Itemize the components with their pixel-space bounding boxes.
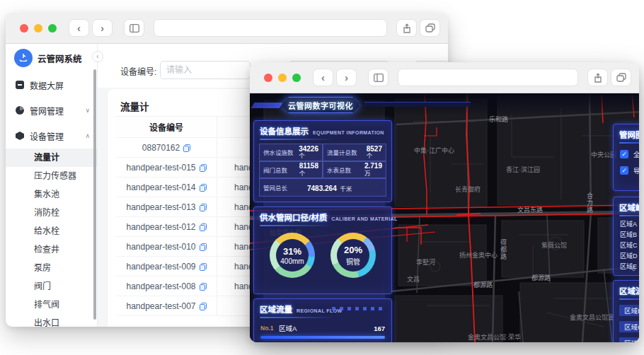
copy-icon[interactable] bbox=[200, 243, 207, 251]
header-decoration-left bbox=[251, 103, 283, 108]
chrome-right-buttons bbox=[397, 20, 439, 36]
close-window-button[interactable] bbox=[264, 74, 272, 82]
sidebar-subitem-valve[interactable]: 阀门 bbox=[6, 277, 97, 296]
sidebar-item-device-management[interactable]: 设备管理 ∧ bbox=[6, 123, 97, 149]
panel-title: 设备信息展示 bbox=[260, 125, 309, 136]
close-window-button[interactable] bbox=[20, 24, 28, 33]
stat-cell-total-length: 管网总长 7483.264 千米 bbox=[259, 178, 386, 197]
sidebar-toggle-button[interactable] bbox=[369, 69, 388, 86]
sidebar-scrollbar[interactable] bbox=[93, 69, 96, 320]
sidebar-subitem-exhaust-valve[interactable]: 排气阀 bbox=[6, 296, 97, 314]
panel-underline bbox=[619, 298, 639, 300]
tabs-button[interactable] bbox=[420, 20, 439, 36]
browser-chrome: ‹ › bbox=[250, 62, 639, 93]
chevron-right-icon: › bbox=[345, 72, 348, 83]
sidebar-icon bbox=[374, 74, 384, 82]
sidebar-item-pipe-management[interactable]: 管网管理 ∨ bbox=[6, 98, 97, 123]
panel-regional-flow: 区域流量 REGIONAL FLOW No.1 区域A 167 No.2 区域C… bbox=[253, 298, 392, 342]
maximize-window-button[interactable] bbox=[292, 74, 301, 82]
equipment-stats: 供水设施数 34226个 流量计总数 8527个 阀门总数 81158个 水表总… bbox=[259, 144, 386, 197]
sidebar-subitem-outlet[interactable]: 出水口 bbox=[6, 314, 97, 327]
copy-icon[interactable] bbox=[200, 164, 207, 172]
stat-cell: 流量计总数 8527个 bbox=[323, 144, 386, 161]
minimize-window-button[interactable] bbox=[278, 74, 287, 82]
panel-regional-speed: 区域流速 区域B 区域C 区域D 区域E bbox=[613, 280, 639, 342]
panel-title: 区域流速 bbox=[619, 285, 639, 296]
header-decoration-right bbox=[364, 102, 471, 107]
map-label: 都源路 bbox=[531, 273, 551, 282]
copy-icon[interactable] bbox=[183, 144, 190, 152]
legend-item: 区域C bbox=[614, 240, 639, 250]
layer-option-select-all[interactable]: ✓ 全选 bbox=[620, 149, 639, 160]
sidebar-subitem-inspection-well[interactable]: 检查井 bbox=[6, 240, 97, 259]
speed-row: 区域D bbox=[619, 337, 639, 342]
tabs-button[interactable] bbox=[611, 69, 631, 86]
map-label: 金奥文昌公馆·荣华 bbox=[468, 332, 521, 342]
sidebar-subitem-sump[interactable]: 集水池 bbox=[6, 185, 97, 204]
sidebar-subitem-fire-hydrant[interactable]: 消防栓 bbox=[6, 204, 97, 222]
layer-option-import[interactable]: ✓ 导入 bbox=[620, 165, 639, 176]
panel-underline bbox=[260, 317, 333, 318]
panel-subtitle: CALIBER AND MATERIAL bbox=[331, 216, 398, 221]
copy-icon[interactable] bbox=[200, 263, 207, 271]
stat-cell: 水表总数 2.719万 bbox=[323, 161, 386, 179]
sidebar-subitem-pressure-sensor[interactable]: 压力传感器 bbox=[6, 167, 97, 185]
copy-icon[interactable] bbox=[200, 223, 207, 231]
panel-equipment-info: 设备信息展示 EQUIPMENT INFORMATION 供水设施数 34226… bbox=[253, 120, 392, 202]
chevron-left-icon: ‹ bbox=[77, 23, 81, 33]
dashboard-title-badge: 云管网数字可视化 bbox=[281, 97, 360, 113]
sidebar-collapse-button[interactable]: ‹ bbox=[92, 51, 103, 62]
panel-title: 区域峰值 bbox=[619, 202, 639, 213]
chevron-left-icon: ‹ bbox=[321, 72, 325, 83]
sidebar-subitem-flow-meter[interactable]: 流量计 bbox=[6, 149, 97, 167]
back-button[interactable]: ‹ bbox=[314, 69, 333, 86]
speed-row: 区域C bbox=[619, 321, 639, 332]
nav-buttons: ‹ › bbox=[314, 69, 356, 86]
panel-title: 区域流量 bbox=[260, 303, 292, 315]
panel-underline bbox=[260, 139, 333, 140]
map-label: 长青御府 bbox=[455, 185, 481, 194]
donut-caliber[interactable]: 31% 400mm bbox=[270, 233, 315, 278]
panel-underline bbox=[619, 215, 639, 216]
speed-row: 区域B bbox=[619, 305, 639, 316]
tabs-icon bbox=[616, 73, 626, 82]
legend-item: 区域A bbox=[614, 219, 639, 229]
app-logo: 云管网系统 bbox=[6, 44, 97, 72]
maximize-window-button[interactable] bbox=[48, 24, 57, 33]
sidebar-item-data-screen[interactable]: 数据大屏 bbox=[6, 72, 97, 98]
panel-subtitle: EQUIPMENT INFORMATION bbox=[313, 130, 384, 135]
pipe-network-icon bbox=[16, 106, 24, 115]
logo-icon bbox=[14, 49, 33, 67]
sidebar: ‹ 云管网系统 数据大屏 管网管理 ∨ bbox=[6, 44, 98, 327]
address-bar[interactable] bbox=[154, 19, 387, 37]
map-label: 文昌东路 bbox=[517, 205, 543, 214]
share-button[interactable] bbox=[588, 69, 607, 86]
panel-underline bbox=[619, 142, 639, 144]
app-title: 云管网系统 bbox=[38, 52, 82, 65]
browser-window-dashboard: ‹ › bbox=[250, 62, 639, 342]
copy-icon[interactable] bbox=[200, 184, 207, 192]
copy-icon[interactable] bbox=[200, 303, 207, 310]
sidebar-subitem-water-hydrant[interactable]: 给水栓 bbox=[6, 222, 97, 240]
sidebar-toggle-button[interactable] bbox=[125, 20, 144, 36]
share-button[interactable] bbox=[397, 20, 416, 36]
checkbox-checked-icon[interactable]: ✓ bbox=[620, 150, 628, 158]
checkbox-checked-icon[interactable]: ✓ bbox=[620, 166, 628, 175]
forward-button[interactable]: › bbox=[337, 69, 356, 86]
device-id-filter-input[interactable] bbox=[160, 61, 251, 79]
forward-button[interactable]: › bbox=[93, 20, 112, 36]
donut-material[interactable]: 20% 铜管 bbox=[330, 233, 376, 278]
map-label: 都源路 bbox=[473, 280, 493, 289]
panel-caliber-material: 供水管网口径/材质 CALIBER AND MATERIAL 31% 400mm… bbox=[253, 206, 392, 294]
copy-icon[interactable] bbox=[200, 283, 207, 291]
back-button[interactable]: ‹ bbox=[69, 20, 88, 36]
stat-cell: 阀门总数 81158个 bbox=[259, 161, 323, 179]
share-icon bbox=[403, 23, 411, 33]
card-title: 流量计 bbox=[120, 99, 149, 113]
copy-icon[interactable] bbox=[200, 204, 207, 211]
sidebar-subitem-pump-house[interactable]: 泵房 bbox=[6, 259, 97, 277]
minimize-window-button[interactable] bbox=[34, 24, 42, 33]
chrome-right-buttons bbox=[588, 69, 631, 86]
address-bar[interactable] bbox=[398, 69, 578, 86]
col-device-id: 设备编号 bbox=[116, 121, 217, 133]
